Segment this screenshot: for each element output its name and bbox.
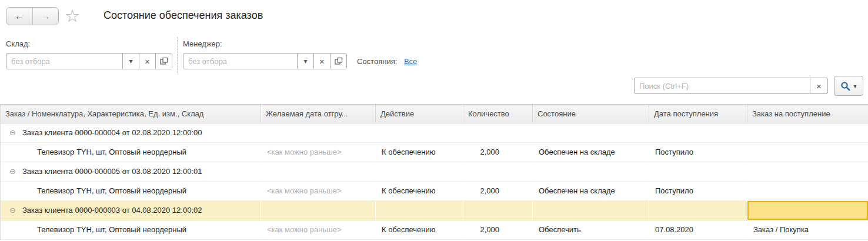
column-header[interactable]: Заказ / Номенклатура, Характеристика, Ед…: [1, 105, 261, 123]
warehouse-clear-icon[interactable]: ×: [139, 53, 155, 69]
collapse-icon[interactable]: ⊖: [9, 123, 16, 142]
table-cell[interactable]: <как можно раньше>: [261, 143, 376, 162]
table-cell[interactable]: Телевизор TYH, шт, Оптовый неордерный: [1, 182, 261, 201]
group-row-cell[interactable]: ⊖Заказ клиента 0000-000004 от 02.08.2020…: [1, 123, 261, 143]
column-header[interactable]: Состояние: [533, 105, 649, 123]
search-box: ×: [634, 78, 828, 94]
table-cell[interactable]: [747, 143, 868, 162]
table-cell[interactable]: [376, 162, 463, 182]
table-cell[interactable]: 2,000: [463, 182, 533, 201]
nav-history-group: ← →: [6, 7, 59, 25]
search-icon: [840, 81, 850, 91]
table-cell[interactable]: Обеспечен на складе: [533, 182, 649, 201]
table-cell[interactable]: [747, 123, 868, 143]
back-icon[interactable]: ←: [6, 8, 32, 25]
table-cell[interactable]: К обеспечению: [376, 220, 463, 240]
table-cell[interactable]: Поступило: [649, 143, 747, 162]
table-cell[interactable]: <как можно раньше>: [261, 182, 376, 201]
table-cell[interactable]: [261, 162, 376, 182]
orders-table: Заказ / Номенклатура, Характеристика, Ед…: [0, 104, 868, 240]
search-clear-icon[interactable]: ×: [810, 78, 827, 93]
table-cell[interactable]: Поступило: [649, 182, 747, 201]
table-cell[interactable]: [649, 162, 747, 182]
search-menu-caret-icon: ▾: [853, 83, 856, 89]
group-row-label: Заказ клиента 0000-000003 от 04.08.2020 …: [22, 206, 202, 215]
table-cell[interactable]: 2,000: [463, 220, 533, 240]
table-cell[interactable]: 2,000: [463, 143, 533, 162]
table-cell[interactable]: Телевизор TYH, шт, Оптовый неордерный: [1, 143, 261, 162]
search-input[interactable]: [635, 78, 810, 93]
table-cell[interactable]: [261, 201, 376, 220]
table-cell[interactable]: Заказ / Покупка: [747, 220, 868, 240]
column-header[interactable]: Количество: [463, 105, 533, 123]
group-row-cell[interactable]: ⊖Заказ клиента 0000-000005 от 03.08.2020…: [1, 162, 261, 182]
group-row-label: Заказ клиента 0000-000004 от 02.08.2020 …: [22, 128, 202, 137]
manager-filter-label: Менеджер:: [183, 39, 222, 48]
table-cell[interactable]: <как можно раньше>: [261, 220, 376, 240]
table-cell[interactable]: [747, 182, 868, 201]
manager-dropdown-icon[interactable]: ▾: [297, 53, 313, 69]
manager-choose-icon[interactable]: [330, 53, 346, 69]
table-cell[interactable]: [533, 123, 649, 143]
favorite-star-icon[interactable]: ☆: [65, 6, 80, 25]
warehouse-filter-combo: ▾ ×: [6, 53, 172, 69]
manager-filter-combo: ▾ ×: [183, 53, 347, 69]
table-cell[interactable]: Обеспечить: [533, 220, 649, 240]
table-cell[interactable]: [463, 123, 533, 143]
table-cell[interactable]: [747, 162, 868, 182]
table-cell[interactable]: [533, 162, 649, 182]
table-cell[interactable]: [649, 201, 747, 220]
table-cell[interactable]: [463, 201, 533, 220]
table-cell[interactable]: 07.08.2020: [649, 220, 747, 240]
table-cell[interactable]: Обеспечен на складе: [533, 143, 649, 162]
table-cell[interactable]: [649, 123, 747, 143]
group-row-label: Заказ клиента 0000-000005 от 03.08.2020 …: [22, 167, 202, 176]
filter-separator: [177, 37, 178, 73]
collapse-icon[interactable]: ⊖: [9, 201, 16, 220]
column-header[interactable]: Дата поступления: [649, 105, 747, 123]
page-title: Состояние обеспечения заказов: [104, 9, 263, 22]
warehouse-filter-input[interactable]: [6, 53, 122, 69]
table-cell[interactable]: Телевизор TYH, шт, Оптовый неордерный: [1, 220, 261, 240]
warehouse-choose-icon[interactable]: [155, 53, 172, 69]
forward-icon[interactable]: →: [32, 8, 58, 25]
selected-cell[interactable]: [747, 201, 868, 220]
search-button[interactable]: ▾: [834, 76, 863, 96]
warehouse-filter-label: Склад:: [6, 39, 30, 48]
table-cell[interactable]: К обеспечению: [376, 143, 463, 162]
states-filter: Состояния: Все: [357, 57, 417, 66]
states-filter-label: Состояния:: [357, 57, 397, 66]
table-cell[interactable]: [261, 123, 376, 143]
column-header[interactable]: Желаемая дата отгру...: [261, 105, 376, 123]
table-cell[interactable]: [463, 162, 533, 182]
manager-clear-icon[interactable]: ×: [313, 53, 330, 69]
warehouse-dropdown-icon[interactable]: ▾: [122, 53, 139, 69]
table-cell[interactable]: [376, 123, 463, 143]
column-header[interactable]: Заказ на поступление: [747, 105, 868, 123]
group-row-cell[interactable]: ⊖Заказ клиента 0000-000003 от 04.08.2020…: [1, 201, 261, 220]
manager-filter-input[interactable]: [183, 53, 297, 69]
table-cell[interactable]: К обеспечению: [376, 182, 463, 201]
collapse-icon[interactable]: ⊖: [9, 162, 16, 181]
table-cell[interactable]: [376, 201, 463, 220]
table-cell[interactable]: [533, 201, 649, 220]
column-header[interactable]: Действие: [376, 105, 463, 123]
states-filter-link[interactable]: Все: [404, 57, 417, 66]
